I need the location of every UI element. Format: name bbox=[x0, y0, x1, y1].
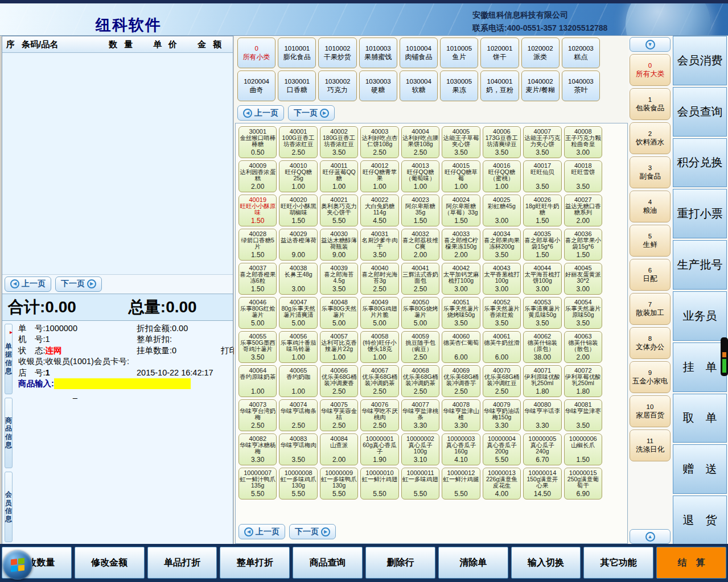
product-cell[interactable]: 40025 彩虹糖45g 3.00 bbox=[483, 195, 521, 226]
bottom-function-button[interactable]: 其它功能 bbox=[583, 547, 653, 579]
product-cell[interactable]: 40034 喜之郎果肉果冻杯200g 3.50 bbox=[483, 229, 521, 261]
product-cell[interactable]: 40074 华味亨话梅条 2.50 bbox=[279, 399, 317, 431]
product-cell[interactable]: 40035 喜之郎草莓小袋15g*6 1.50 bbox=[523, 229, 561, 261]
product-cell[interactable]: 40037 喜之郎香橙果冻6粒 1.50 bbox=[238, 263, 277, 295]
product-cell[interactable]: 40067 优乐美68G桶装冲调奶茶 2.50 bbox=[360, 365, 398, 397]
small-category-button[interactable]: 1010005 鱼片 bbox=[440, 38, 478, 68]
product-cell[interactable]: 40076 华味亨吃不厌桃肉 2.50 bbox=[360, 399, 398, 431]
small-category-button[interactable]: 1040002 麦片/餐糊 bbox=[521, 71, 560, 101]
product-cell[interactable]: 40047 80g乐事天然薯片清爽清 5.00 bbox=[279, 297, 317, 329]
side-function-button[interactable]: 积分兑换 bbox=[673, 138, 727, 188]
sale-list-prev-page-button[interactable]: ◀ 上一页 bbox=[5, 276, 51, 292]
product-cell[interactable]: 40071 伊利原味优酸乳250ml 1.80 bbox=[523, 365, 561, 397]
product-cell[interactable]: 40003 达利好吃点杏仁饼108g 2.50 bbox=[360, 126, 398, 158]
product-cell[interactable]: 40002 180G豆香工坊香浓红豆 3.50 bbox=[320, 126, 358, 158]
small-category-button[interactable]: 1020002 派类 bbox=[521, 38, 560, 68]
product-cell[interactable]: 40062 德芙什锦装（原包） 38.00 bbox=[523, 331, 561, 363]
small-category-button[interactable]: 1010003 果脯蜜饯 bbox=[359, 38, 397, 68]
small-category-next-page-button[interactable]: 下一页 ▶ bbox=[288, 105, 335, 121]
product-cell[interactable]: 10000007 虹一鲜汁鸭爪135g 5.50 bbox=[238, 468, 277, 500]
product-cell[interactable]: 40079 华味亨奶油话梅150g 3.30 bbox=[483, 399, 521, 431]
big-category-button[interactable]: 10 家居百货 bbox=[630, 395, 671, 427]
small-category-button[interactable]: 1010001 膨化食品 bbox=[278, 38, 316, 68]
product-cell[interactable]: 40033 喜之郎维C柠檬果冻150g 2.00 bbox=[442, 229, 480, 261]
product-cell[interactable]: 10000001 60g真心香瓜子 1.90 bbox=[360, 434, 398, 465]
bottom-function-button[interactable]: 清除单 bbox=[438, 547, 508, 579]
product-cell[interactable]: 40048 乐事80G天然薯片 5.00 bbox=[320, 297, 358, 329]
product-cell[interactable]: 10000012 虹一鲜汁鸡腿 5.50 bbox=[442, 468, 480, 500]
product-cell[interactable]: 40021 奥利奥巧克力夹心饼干 5.50 bbox=[320, 195, 358, 226]
big-category-button[interactable]: 7 散装加工 bbox=[630, 293, 671, 325]
product-cell[interactable]: 40083 华味亨话梅肉 3.50 bbox=[279, 434, 317, 465]
product-prev-page-button[interactable]: ◀ 上一页 bbox=[238, 524, 285, 539]
side-function-button[interactable]: 业务员 bbox=[673, 291, 727, 341]
windows-start-button[interactable] bbox=[3, 550, 32, 580]
product-cell[interactable]: 40064 香约原味奶茶 1.00 bbox=[238, 365, 277, 397]
small-category-button[interactable]: 1010004 肉铺食品 bbox=[400, 38, 438, 68]
small-category-button[interactable]: 1020001 饼干 bbox=[480, 38, 519, 68]
product-cell[interactable]: 40016 旺仔QQ糖（蜜桃） 1.00 bbox=[483, 160, 521, 192]
side-function-button[interactable]: 挂 单 bbox=[673, 342, 727, 392]
product-cell[interactable]: 10000014 150g满意开心果 14.50 bbox=[523, 468, 561, 500]
goods-input-field[interactable] bbox=[54, 378, 191, 389]
sale-list-next-page-button[interactable]: 下一页 ▶ bbox=[55, 276, 102, 292]
big-category-button[interactable]: 11 洗涤日化 bbox=[630, 430, 671, 461]
product-cell[interactable]: 40039 喜之郎海苔4.5g 3.50 bbox=[320, 263, 358, 295]
bottom-function-button[interactable]: 结 算 bbox=[656, 547, 726, 579]
product-cell[interactable]: 40069 优乐美68G桶装冲调香芋 2.50 bbox=[442, 365, 480, 397]
product-cell[interactable]: 10000015 250g满意葡萄干 6.90 bbox=[564, 468, 602, 500]
tab-goods-info[interactable]: 商品信息 bbox=[5, 398, 13, 468]
product-cell[interactable]: 40082 华味亨冰糖杨梅 3.30 bbox=[238, 434, 277, 465]
small-category-button[interactable]: 1030001 口香糖 bbox=[278, 71, 316, 101]
product-cell[interactable]: 40029 益达香橙薄荷 9.00 bbox=[279, 229, 317, 261]
product-cell[interactable]: 10000003 真心香瓜子160g 4.10 bbox=[442, 434, 480, 465]
small-category-button[interactable]: 1030003 硬糖 bbox=[359, 71, 397, 101]
product-cell[interactable]: 40024 阿尔卑斯糖（草莓）33g 1.50 bbox=[442, 195, 480, 226]
side-function-button[interactable]: 会员查询 bbox=[673, 87, 727, 137]
big-category-scroll-up-button[interactable]: ▲ bbox=[630, 529, 671, 544]
product-cell[interactable]: 40038 长鼻王48g 3.00 bbox=[279, 263, 317, 295]
big-category-button[interactable]: 0 所有大类 bbox=[630, 54, 671, 86]
product-cell[interactable]: 40022 大白兔奶糖114g 4.50 bbox=[360, 195, 398, 226]
product-cell[interactable]: 40001 100G豆香工坊香浓红豆 2.50 bbox=[279, 126, 317, 158]
product-cell[interactable]: 40004 达利好吃点腰果饼108g 2.50 bbox=[401, 126, 439, 158]
side-function-button[interactable]: 重打小票 bbox=[673, 189, 727, 238]
product-cell[interactable]: 40060 德芙杏仁葡萄 6.00 bbox=[442, 331, 480, 363]
small-category-prev-page-button[interactable]: ◀ 上一页 bbox=[237, 105, 284, 121]
product-cell[interactable]: 40043 太平香葱梳打100g 3.00 bbox=[483, 263, 521, 295]
product-cell[interactable]: 40066 优乐美68G桶装冲调麦香 2.50 bbox=[320, 365, 358, 397]
side-function-button[interactable]: 退 货 bbox=[673, 496, 727, 545]
product-cell[interactable]: 40081 华味亨盐津枣 3.50 bbox=[564, 399, 602, 431]
product-cell[interactable]: 40007 达能王子巧克力夹心饼 3.50 bbox=[523, 126, 561, 158]
product-cell[interactable]: 40058 (特价)旺仔小馒头18克 1.00 bbox=[360, 331, 398, 363]
product-cell[interactable]: 40084 山查派 2.00 bbox=[320, 434, 358, 465]
small-category-button[interactable]: 1040003 茶叶 bbox=[562, 71, 600, 101]
product-cell[interactable]: 40057 达利可比克香辣薯片22g 1.00 bbox=[320, 331, 358, 363]
product-cell[interactable]: 40049 乐事80G鸡翅片片脆 5.00 bbox=[360, 297, 398, 329]
product-cell[interactable]: 40018 旺旺雪饼 3.50 bbox=[564, 160, 602, 192]
product-cell[interactable]: 40080 华味亨半话李 3.30 bbox=[523, 399, 561, 431]
product-cell[interactable]: 40032 喜之郎荔枝维C爽 2.00 bbox=[401, 229, 439, 261]
bottom-function-button[interactable]: 修改金额 bbox=[75, 547, 145, 579]
small-category-button[interactable]: 1030005 果冻 bbox=[440, 71, 478, 101]
product-cell[interactable]: 40027 益达无糖口香糖系列 2.00 bbox=[564, 195, 602, 226]
small-category-button[interactable]: 0 所有小类 bbox=[237, 38, 275, 68]
product-cell[interactable]: 10000009 虹一多味鸭爪130g 5.50 bbox=[320, 468, 358, 500]
product-cell[interactable]: 40036 喜之郎苹果小袋15g*6 1.50 bbox=[564, 229, 602, 261]
big-category-button[interactable]: 9 五金小家电 bbox=[630, 361, 671, 393]
product-cell[interactable]: 40050 乐事80G烧烤薯片 5.00 bbox=[401, 297, 439, 329]
product-cell[interactable]: 40051 乐事天然薯片烧烤味50g 3.50 bbox=[442, 297, 480, 329]
product-cell[interactable]: 40012 旺仔Q糖青苹果 1.00 bbox=[360, 160, 398, 192]
product-cell[interactable]: 30001 金丝猴口哨棒棒糖 0.50 bbox=[238, 126, 277, 158]
product-cell[interactable]: 40041 三辉法式香奶面包 2.50 bbox=[401, 263, 439, 295]
product-cell[interactable]: 40028 绿箭口香糖5片 1.50 bbox=[238, 229, 277, 261]
side-function-button[interactable]: 生产批号 bbox=[673, 240, 727, 290]
product-cell[interactable]: 40046 乐事80G红烩薯片 5.00 bbox=[238, 297, 277, 329]
tab-member-info[interactable]: 会员信息 bbox=[5, 472, 13, 542]
product-cell[interactable]: 40077 华味亨盐津桃条 3.30 bbox=[401, 399, 439, 431]
product-cell[interactable]: 40030 益达木糖醇薄荷瓶装 9.00 bbox=[320, 229, 358, 261]
small-category-button[interactable]: 1030002 巧克力 bbox=[318, 71, 356, 101]
product-cell[interactable]: 40005 达能王子草莓夹心饼 3.50 bbox=[442, 126, 480, 158]
product-cell[interactable]: 40011 旺仔蓝莓QQ糖 1.00 bbox=[320, 160, 358, 192]
product-cell[interactable]: 40042 太平加钙芝麻梳打100g 3.00 bbox=[442, 263, 480, 295]
